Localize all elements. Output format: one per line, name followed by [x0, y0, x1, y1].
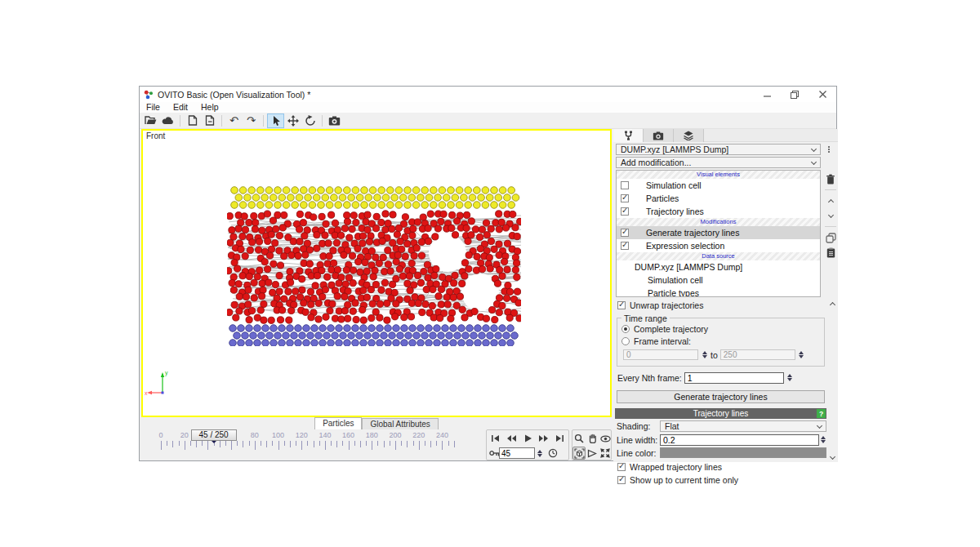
copy-pipeline-button[interactable] [824, 230, 837, 245]
pipeline-menu-button[interactable] [824, 144, 834, 155]
pipeline-item-checkbox[interactable] [621, 181, 629, 189]
scroll-down-button[interactable] [828, 453, 836, 461]
timeline-tick [301, 441, 302, 450]
add-modification-dropdown[interactable]: Add modification... [616, 157, 821, 168]
pipeline-item[interactable]: Particles [617, 192, 820, 205]
unwrap-trajectories-checkbox[interactable] [617, 301, 626, 309]
menu-file[interactable]: File [140, 102, 167, 113]
shading-row: Shading: Flat [615, 420, 826, 432]
open-file-icon [145, 115, 157, 126]
complete-trajectory-row[interactable]: Complete trajectory [621, 324, 820, 334]
overlays-tab-icon [684, 131, 693, 140]
axis-tripod-icon: y x [145, 369, 179, 397]
move-down-button[interactable] [824, 208, 837, 223]
shading-dropdown[interactable]: Flat [660, 420, 826, 432]
save-session-button[interactable] [184, 113, 201, 128]
minimize-button[interactable] [753, 87, 781, 102]
timeline-slider[interactable]: 45 / 250 [191, 429, 237, 441]
properties-scrollbar[interactable] [827, 300, 837, 461]
play-button[interactable] [520, 432, 535, 445]
delete-modifier-button[interactable] [824, 171, 837, 186]
zoom-scene-extents-button[interactable] [572, 447, 586, 460]
undo-button[interactable]: ↶ [225, 113, 243, 128]
close-button[interactable] [808, 87, 836, 102]
frame-interval-radio[interactable] [621, 337, 630, 345]
first-frame-icon [491, 434, 501, 443]
scroll-up-button[interactable] [828, 300, 836, 308]
timeline-tick [261, 441, 261, 446]
export-file-button[interactable] [201, 113, 218, 128]
current-frame-input[interactable] [499, 447, 535, 459]
next-frame-button[interactable] [536, 432, 550, 445]
render-tab[interactable] [644, 129, 674, 142]
animation-timeline[interactable]: 02040608010012014016018020022024045 / 25… [140, 429, 484, 455]
select-mode-button[interactable] [267, 113, 284, 128]
timeline-tick [384, 441, 385, 447]
pipeline-item[interactable]: Simulation cell [617, 179, 820, 192]
tab-particles[interactable]: Particles [314, 417, 362, 429]
maximize-viewport-button[interactable] [599, 447, 612, 460]
interval-end-spinner[interactable] [798, 349, 805, 361]
menu-help[interactable]: Help [194, 102, 225, 113]
pan-button[interactable] [586, 432, 599, 445]
nth-frame-input[interactable] [684, 372, 784, 384]
rotate-mode-button[interactable] [301, 113, 318, 128]
redo-button[interactable]: ↷ [243, 113, 260, 128]
render-button[interactable] [326, 113, 343, 128]
orbit-button[interactable] [599, 432, 612, 445]
restore-button[interactable] [781, 87, 808, 102]
complete-trajectory-radio[interactable] [621, 325, 630, 333]
minimize-icon [764, 91, 771, 98]
pipeline-item[interactable]: Particle types [617, 287, 820, 297]
auto-key-icon [489, 449, 500, 457]
unwrap-trajectories-row[interactable]: Unwrap trajectories [615, 299, 826, 312]
viewport-front[interactable]: Front y x [141, 129, 612, 417]
pipeline-tab-icon [624, 131, 633, 140]
import-remote-file-button[interactable] [159, 113, 176, 128]
pipeline-item-checkbox[interactable] [621, 207, 629, 216]
move-mode-button[interactable] [284, 113, 301, 128]
move-up-button[interactable] [824, 193, 837, 208]
clone-pipeline-button[interactable] [824, 245, 837, 260]
show-current-time-checkbox[interactable] [617, 476, 626, 484]
animation-settings-icon [548, 448, 558, 458]
pipeline-item[interactable]: DUMP.xyz [LAMMPS Dump] [617, 260, 820, 274]
interval-end-field[interactable]: 250 [720, 349, 795, 360]
pipeline-item[interactable]: Simulation cell [617, 274, 820, 287]
line-width-spinner[interactable] [819, 434, 826, 446]
wrapped-lines-row[interactable]: Wrapped trajectory lines [615, 460, 826, 474]
pipeline-item[interactable]: Generate trajectory lines [617, 226, 820, 239]
previous-frame-button[interactable] [504, 432, 519, 445]
pipeline-item-checkbox[interactable] [621, 194, 629, 202]
nth-frame-spinner[interactable] [786, 371, 794, 384]
frame-spinner[interactable] [536, 447, 543, 460]
first-frame-button[interactable] [488, 432, 503, 445]
help-button[interactable]: ? [817, 409, 826, 418]
generate-trajectory-lines-button[interactable]: Generate trajectory lines [617, 390, 825, 403]
last-frame-button[interactable] [552, 432, 567, 445]
interval-start-spinner[interactable] [701, 349, 708, 361]
animation-settings-button[interactable] [546, 447, 560, 460]
restore-icon [791, 91, 799, 99]
wrapped-lines-checkbox[interactable] [617, 463, 626, 471]
orbit-icon [600, 435, 611, 442]
line-width-input[interactable] [660, 434, 819, 446]
overlays-tab[interactable] [674, 129, 704, 142]
pick-mode-button[interactable] [586, 447, 599, 460]
zoom-button[interactable] [572, 432, 586, 445]
frame-interval-row[interactable]: Frame interval: [621, 336, 820, 346]
pipeline-selector[interactable]: DUMP.xyz [LAMMPS Dump] [616, 144, 821, 155]
pipeline-item[interactable]: Expression selection [617, 239, 820, 252]
pipeline-item[interactable]: Trajectory lines [617, 205, 820, 218]
open-file-button[interactable] [142, 113, 159, 128]
pipeline-item-checkbox[interactable] [621, 229, 629, 237]
timeline-tick [390, 441, 390, 446]
interval-start-field[interactable]: 0 [623, 349, 698, 360]
pipeline-item-checkbox[interactable] [621, 242, 629, 250]
render-tab-icon [653, 131, 664, 140]
pipeline-tab[interactable] [613, 129, 644, 142]
menu-edit[interactable]: Edit [167, 102, 194, 113]
tab-global-attributes[interactable]: Global Attributes [362, 418, 438, 429]
show-current-time-row[interactable]: Show up to current time only [615, 474, 826, 487]
line-color-swatch[interactable] [660, 447, 826, 458]
